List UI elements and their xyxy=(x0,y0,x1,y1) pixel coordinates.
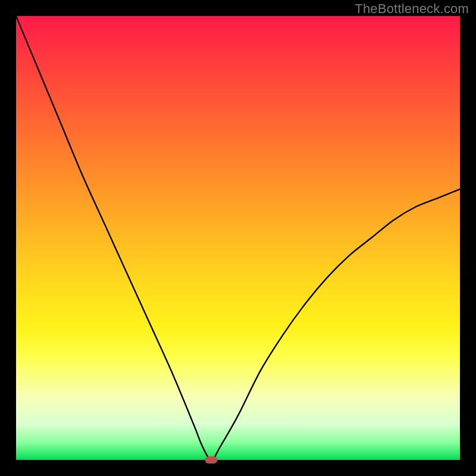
bottleneck-curve xyxy=(16,16,460,460)
chart-plot-area xyxy=(16,16,460,460)
watermark-text: TheBottleneck.com xyxy=(355,1,469,17)
chart-frame: TheBottleneck.com xyxy=(0,0,476,476)
min-marker xyxy=(205,456,218,464)
